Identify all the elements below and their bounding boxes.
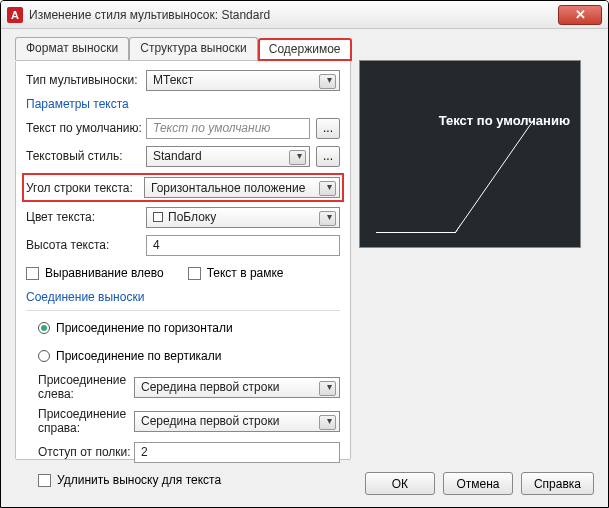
cancel-button[interactable]: Отмена (443, 472, 513, 495)
multileader-type-label: Тип мультивыноски: (26, 73, 146, 87)
tab-leader-structure[interactable]: Структура выноски (129, 37, 258, 60)
text-angle-label: Угол строки текста: (26, 181, 144, 195)
align-left-checkbox[interactable] (26, 267, 39, 280)
close-button[interactable]: ✕ (558, 5, 602, 25)
tab-bar: Формат выноски Структура выноски Содержи… (1, 29, 608, 60)
attach-horizontal-radio[interactable] (38, 322, 50, 334)
attach-horizontal-label: Присоединение по горизонтали (56, 321, 233, 335)
settings-panel: Тип мультивыноски: МТекст Параметры текс… (15, 60, 351, 460)
dialog-title: Изменение стиля мультивыносок: Standard (29, 8, 270, 22)
leader-line-icon (455, 113, 545, 233)
default-text-browse-button[interactable]: ... (316, 118, 340, 139)
preview-panel: Текст по умолчанию (359, 60, 581, 248)
attach-right-select[interactable]: Середина первой строки (134, 411, 340, 432)
landing-gap-input[interactable]: 2 (134, 442, 340, 463)
text-style-label: Текстовый стиль: (26, 149, 146, 163)
text-style-browse-button[interactable]: ... (316, 146, 340, 167)
attach-vertical-radio[interactable] (38, 350, 50, 362)
text-color-select[interactable]: ПоБлоку (146, 207, 340, 228)
default-text-input[interactable]: Текст по умолчанию (146, 118, 310, 139)
attach-left-select[interactable]: Середина первой строки (134, 377, 340, 398)
text-angle-select[interactable]: Горизонтальное положение (144, 177, 340, 198)
extend-leader-label: Удлинить выноску для текста (57, 473, 221, 487)
app-icon: A (7, 7, 23, 23)
attach-vertical-label: Присоединение по вертикали (56, 349, 222, 363)
tab-content[interactable]: Содержимое (258, 38, 352, 61)
attach-left-label: Присоединение слева: (26, 373, 134, 401)
svg-line-0 (455, 118, 535, 233)
multileader-type-select[interactable]: МТекст (146, 70, 340, 91)
ok-button[interactable]: ОК (365, 472, 435, 495)
text-frame-checkbox[interactable] (188, 267, 201, 280)
group-text-params: Параметры текста (26, 97, 340, 111)
group-leader-connection: Соединение выноски (26, 290, 340, 304)
extend-leader-checkbox[interactable] (38, 474, 51, 487)
text-height-label: Высота текста: (26, 238, 146, 252)
dialog-window: A Изменение стиля мультивыносок: Standar… (0, 0, 609, 508)
text-style-select[interactable]: Standard (146, 146, 310, 167)
landing-gap-label: Отступ от полки: (26, 445, 134, 459)
titlebar: A Изменение стиля мультивыносок: Standar… (1, 1, 608, 29)
text-color-label: Цвет текста: (26, 210, 146, 224)
color-swatch-icon (153, 212, 163, 222)
text-height-input[interactable]: 4 (146, 235, 340, 256)
leader-landing-line-icon (376, 232, 456, 233)
tab-leader-format[interactable]: Формат выноски (15, 37, 129, 60)
dialog-footer: ОК Отмена Справка (365, 472, 594, 495)
text-frame-label: Текст в рамке (207, 266, 284, 280)
default-text-label: Текст по умолчанию: (26, 121, 146, 135)
attach-right-label: Присоединение справа: (26, 407, 134, 435)
align-left-label: Выравнивание влево (45, 266, 164, 280)
help-button[interactable]: Справка (521, 472, 594, 495)
